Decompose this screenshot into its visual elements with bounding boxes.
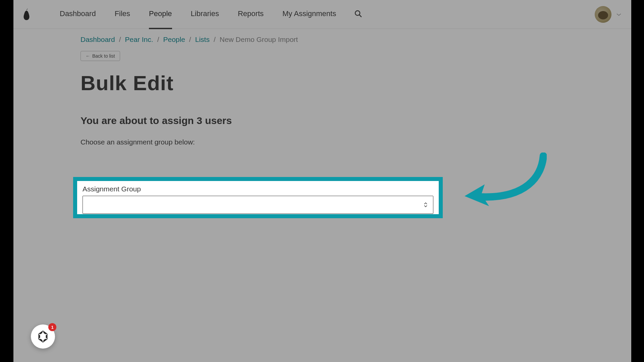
breadcrumb: Dashboard / Pear Inc. / People / Lists /… [80,36,564,44]
chat-notification-badge: 1 [48,323,56,331]
back-to-list-button[interactable]: ← Back to list [80,51,120,61]
chevron-down-icon[interactable] [616,11,621,17]
breadcrumb-dashboard[interactable]: Dashboard [80,36,115,44]
arrow-left-icon: ← [86,53,90,59]
nav-files[interactable]: Files [115,9,130,19]
user-avatar[interactable] [595,6,611,23]
chat-widget-icon [37,330,49,343]
nav-dashboard[interactable]: Dashboard [60,9,96,19]
breadcrumb-current: New Demo Group Import [220,36,298,44]
instruction-text: Choose an assignment group below: [80,138,564,146]
subtitle: You are about to assign 3 users [80,115,564,126]
nav-my-assignments[interactable]: My Assignments [282,9,336,19]
breadcrumb-org[interactable]: Pear Inc. [125,36,153,44]
assignment-group-select[interactable] [83,196,433,214]
svg-line-1 [360,15,362,17]
assignment-group-label: Assignment Group [83,185,433,193]
highlighted-field-annotation: Assignment Group [73,177,443,218]
nav-people[interactable]: People [149,9,172,19]
top-navigation: Dashboard Files People Libraries Reports… [13,0,631,29]
breadcrumb-lists[interactable]: Lists [195,36,210,44]
search-icon[interactable] [355,10,362,19]
breadcrumb-people[interactable]: People [163,36,185,44]
chat-widget-button[interactable]: 1 [31,324,55,349]
nav-reports[interactable]: Reports [238,9,264,19]
nav-libraries[interactable]: Libraries [191,9,219,19]
pear-logo-icon[interactable] [22,8,31,21]
page-title: Bulk Edit [80,71,564,95]
